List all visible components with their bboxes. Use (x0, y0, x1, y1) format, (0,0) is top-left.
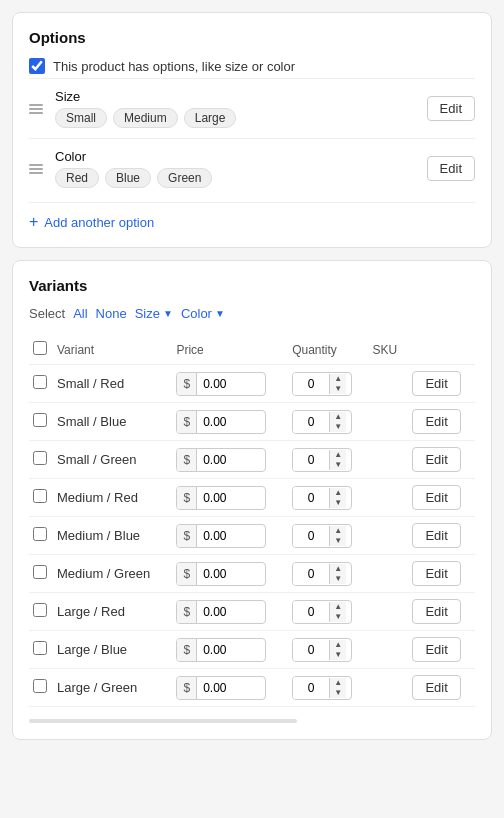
none-link[interactable]: None (96, 306, 127, 321)
row-checkbox-3[interactable] (33, 489, 47, 503)
has-options-label: This product has options, like size or c… (53, 59, 295, 74)
qty-up-3[interactable]: ▲ (330, 488, 346, 498)
row-checkbox-0[interactable] (33, 375, 47, 389)
price-field-1[interactable] (197, 411, 257, 433)
price-field-7[interactable] (197, 639, 257, 661)
qty-down-7[interactable]: ▼ (330, 650, 346, 660)
qty-down-2[interactable]: ▼ (330, 460, 346, 470)
qty-field-4[interactable] (293, 525, 329, 547)
price-prefix-6: $ (177, 601, 197, 623)
variant-name-6: Large / Red (57, 604, 125, 619)
qty-down-5[interactable]: ▼ (330, 574, 346, 584)
size-dropdown-button[interactable]: Size ▼ (135, 306, 173, 321)
table-row: Large / Green $ ▲ ▼ Edit (29, 669, 475, 707)
qty-down-8[interactable]: ▼ (330, 688, 346, 698)
qty-field-5[interactable] (293, 563, 329, 585)
qty-up-6[interactable]: ▲ (330, 602, 346, 612)
variant-name-2: Small / Green (57, 452, 136, 467)
options-title: Options (29, 29, 475, 46)
qty-field-7[interactable] (293, 639, 329, 661)
price-input-5: $ (176, 562, 266, 586)
price-field-0[interactable] (197, 373, 257, 395)
qty-up-4[interactable]: ▲ (330, 526, 346, 536)
price-field-5[interactable] (197, 563, 257, 585)
qty-field-3[interactable] (293, 487, 329, 509)
row-checkbox-2[interactable] (33, 451, 47, 465)
qty-wrapper-3: ▲ ▼ (292, 486, 352, 510)
price-field-3[interactable] (197, 487, 257, 509)
color-dropdown-button[interactable]: Color ▼ (181, 306, 225, 321)
option-row-color: Color Red Blue Green Edit (29, 138, 475, 198)
row-checkbox-8[interactable] (33, 679, 47, 693)
row-checkbox-4[interactable] (33, 527, 47, 541)
chevron-down-icon: ▼ (215, 308, 225, 319)
qty-field-0[interactable] (293, 373, 329, 395)
price-input-1: $ (176, 410, 266, 434)
edit-variant-button-8[interactable]: Edit (412, 675, 460, 700)
qty-up-1[interactable]: ▲ (330, 412, 346, 422)
edit-color-button[interactable]: Edit (427, 156, 475, 181)
edit-variant-button-0[interactable]: Edit (412, 371, 460, 396)
price-prefix-3: $ (177, 487, 197, 509)
row-checkbox-6[interactable] (33, 603, 47, 617)
edit-variant-button-6[interactable]: Edit (412, 599, 460, 624)
qty-down-0[interactable]: ▼ (330, 384, 346, 394)
option-name-color: Color (55, 149, 427, 164)
qty-down-6[interactable]: ▼ (330, 612, 346, 622)
tag-green: Green (157, 168, 212, 188)
drag-handle-color[interactable] (29, 164, 43, 174)
qty-wrapper-4: ▲ ▼ (292, 524, 352, 548)
qty-arrows-3: ▲ ▼ (329, 488, 346, 508)
select-label: Select (29, 306, 65, 321)
all-link[interactable]: All (73, 306, 87, 321)
row-checkbox-1[interactable] (33, 413, 47, 427)
row-checkbox-5[interactable] (33, 565, 47, 579)
variant-name-0: Small / Red (57, 376, 124, 391)
qty-up-7[interactable]: ▲ (330, 640, 346, 650)
price-prefix-7: $ (177, 639, 197, 661)
drag-handle-size[interactable] (29, 104, 43, 114)
qty-wrapper-1: ▲ ▼ (292, 410, 352, 434)
edit-variant-button-5[interactable]: Edit (412, 561, 460, 586)
price-field-2[interactable] (197, 449, 257, 471)
edit-variant-button-4[interactable]: Edit (412, 523, 460, 548)
qty-field-8[interactable] (293, 677, 329, 699)
edit-size-button[interactable]: Edit (427, 96, 475, 121)
qty-down-1[interactable]: ▼ (330, 422, 346, 432)
qty-down-4[interactable]: ▼ (330, 536, 346, 546)
qty-field-6[interactable] (293, 601, 329, 623)
qty-field-2[interactable] (293, 449, 329, 471)
variants-section: Variants Select All None Size ▼ Color ▼ … (12, 260, 492, 740)
select-all-checkbox[interactable] (33, 341, 47, 355)
qty-down-3[interactable]: ▼ (330, 498, 346, 508)
edit-variant-button-7[interactable]: Edit (412, 637, 460, 662)
plus-icon: + (29, 213, 38, 231)
edit-variant-button-2[interactable]: Edit (412, 447, 460, 472)
qty-field-1[interactable] (293, 411, 329, 433)
tag-red: Red (55, 168, 99, 188)
qty-up-8[interactable]: ▲ (330, 678, 346, 688)
options-section: Options This product has options, like s… (12, 12, 492, 248)
qty-up-5[interactable]: ▲ (330, 564, 346, 574)
variants-table: Variant Price Quantity SKU Small / Red $ (29, 335, 475, 707)
variant-name-1: Small / Blue (57, 414, 126, 429)
row-checkbox-7[interactable] (33, 641, 47, 655)
price-field-8[interactable] (197, 677, 257, 699)
edit-variant-button-1[interactable]: Edit (412, 409, 460, 434)
price-field-4[interactable] (197, 525, 257, 547)
price-input-7: $ (176, 638, 266, 662)
add-option-row[interactable]: + Add another option (29, 202, 475, 231)
variant-name-4: Medium / Blue (57, 528, 140, 543)
price-prefix-8: $ (177, 677, 197, 699)
qty-wrapper-0: ▲ ▼ (292, 372, 352, 396)
price-field-6[interactable] (197, 601, 257, 623)
edit-variant-button-3[interactable]: Edit (412, 485, 460, 510)
qty-up-2[interactable]: ▲ (330, 450, 346, 460)
qty-up-0[interactable]: ▲ (330, 374, 346, 384)
has-options-checkbox[interactable] (29, 58, 45, 74)
option-content-color: Color Red Blue Green (55, 149, 427, 188)
option-tags-size: Small Medium Large (55, 108, 427, 128)
price-input-0: $ (176, 372, 266, 396)
table-row: Small / Blue $ ▲ ▼ Edit (29, 403, 475, 441)
add-option-label: Add another option (44, 215, 154, 230)
